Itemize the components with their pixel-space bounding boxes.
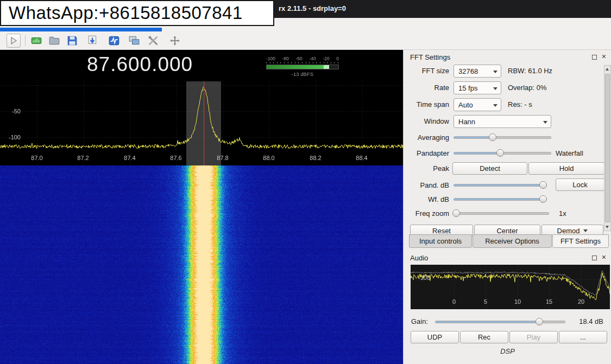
save-button[interactable]: [65, 34, 79, 48]
overlap-text: Overlap: 0%: [508, 81, 547, 94]
peak-hold-button[interactable]: Hold: [528, 162, 604, 175]
meter-tick: -40: [309, 56, 316, 61]
toolbar-separator: [25, 35, 26, 46]
chevron-down-icon: [493, 71, 497, 73]
spectrum-panel: 87.600.000 -100 -80 -60 -40 -20 0 -13 dB…: [0, 50, 403, 165]
lock-label: Lock: [572, 181, 587, 189]
peak-detect-button[interactable]: Detect: [452, 162, 527, 175]
slider-handle[interactable]: [536, 318, 543, 325]
slider-groove: [453, 184, 547, 187]
rate-combo[interactable]: 15 fps: [453, 81, 501, 94]
tab-receiver-options[interactable]: Receiver Options: [473, 234, 552, 248]
record-iq-button[interactable]: [29, 34, 43, 48]
dbfs-meter-ticks: -100 -80 -60 -40 -20 0: [266, 56, 339, 61]
close-icon[interactable]: ×: [602, 253, 606, 261]
window-label: Window: [404, 115, 449, 128]
scroll-down-icon[interactable]: [606, 226, 609, 228]
pand-db-slider[interactable]: [453, 181, 547, 189]
watermark-text: WhatsApp:+8615818507841: [9, 3, 243, 23]
window-title: rx 2.11.5 - sdrplay=0: [279, 4, 346, 12]
scroll-up-icon[interactable]: [606, 68, 609, 71]
close-icon[interactable]: ×: [602, 53, 606, 60]
meter-tick: -100: [266, 56, 275, 61]
right-panel: FFT Settings × FFT size 32768 RBW: 61.0 …: [403, 50, 611, 364]
open-folder-icon: [48, 35, 60, 47]
meter-value: -13 dBFS: [266, 71, 339, 77]
slider-groove: [435, 321, 565, 323]
slider-fill: [436, 321, 539, 323]
x-axis-label: 87.4: [118, 155, 142, 161]
x-axis-label: 88.2: [304, 155, 327, 161]
slider-handle[interactable]: [496, 149, 504, 157]
float-icon[interactable]: [592, 55, 597, 60]
tab-input-controls[interactable]: Input controls: [409, 234, 472, 248]
bookmark-icon: [86, 35, 98, 47]
slider-fill: [454, 184, 543, 186]
tools-button[interactable]: [146, 34, 160, 48]
freq-zoom-slider[interactable]: [453, 209, 549, 217]
window-value: Hann: [458, 118, 475, 126]
meter-tickmarks: [266, 62, 339, 63]
fft-scrollbar[interactable]: [604, 65, 611, 231]
fft-size-label: FFT size: [404, 65, 449, 78]
wf-db-slider[interactable]: [453, 195, 547, 203]
frequency-display[interactable]: 87.600.000: [87, 53, 193, 76]
iq-tool-button[interactable]: [107, 34, 121, 48]
bookmark-button[interactable]: [85, 34, 99, 48]
spectrum-plot[interactable]: [0, 50, 403, 165]
reset-label: Reset: [432, 227, 451, 235]
scrollbar-thumb[interactable]: [605, 74, 610, 222]
play-button[interactable]: Play: [509, 331, 558, 343]
watermark-progress-bar: [0, 28, 162, 31]
time-span-combo[interactable]: Auto: [453, 98, 501, 111]
udp-button[interactable]: UDP: [411, 331, 459, 343]
center-label: Center: [496, 227, 518, 235]
window-combo[interactable]: Hann: [453, 115, 551, 128]
tab-label: Input controls: [419, 237, 462, 245]
gain-slider[interactable]: [435, 318, 565, 325]
slider-groove: [453, 212, 549, 215]
fullscreen-button[interactable]: [168, 34, 182, 48]
waterfall[interactable]: [0, 165, 403, 364]
x-axis-label: 87.6: [164, 155, 188, 161]
chevron-down-icon: [493, 87, 497, 90]
more-options-button[interactable]: ...: [559, 331, 607, 343]
averaging-slider[interactable]: [453, 133, 551, 141]
wf-db-label: Wf. dB: [404, 193, 449, 206]
play-label: Play: [527, 333, 540, 341]
audio-dock-title: Audio: [410, 254, 428, 262]
slider-handle[interactable]: [489, 133, 496, 141]
rec-button[interactable]: Rec: [460, 331, 508, 343]
chevron-down-icon: [583, 229, 588, 232]
remote-control-button[interactable]: [127, 34, 141, 48]
start-dsp-button[interactable]: [7, 34, 21, 48]
meter-tick: -60: [296, 56, 303, 61]
meter-tick: 0: [336, 56, 339, 61]
rbw-text: RBW: 61.0 Hz: [508, 65, 552, 78]
x-axis-label: 87.8: [211, 155, 235, 161]
slider-handle[interactable]: [539, 195, 547, 203]
slider-handle[interactable]: [539, 181, 547, 189]
waterfall-label: Waterfall: [556, 147, 583, 160]
y-axis-label: -50: [2, 108, 21, 114]
toolbar: [0, 31, 611, 50]
slider-handle[interactable]: [452, 209, 460, 217]
tab-fft-settings[interactable]: FFT Settings: [552, 234, 609, 248]
detect-label: Detect: [480, 164, 500, 173]
pandapter-slider[interactable]: [453, 149, 551, 157]
audio-x-label: 15: [541, 298, 557, 305]
x-axis-label: 87.2: [71, 155, 95, 161]
audio-x-label: 0: [446, 298, 462, 305]
lock-button[interactable]: Lock: [556, 178, 604, 191]
slider-groove: [453, 198, 547, 201]
fft-size-combo[interactable]: 32768: [453, 65, 501, 78]
float-icon[interactable]: [592, 256, 597, 260]
audio-x-label: 10: [509, 298, 526, 305]
iq-pulse-icon: [108, 35, 120, 47]
slider-groove: [453, 136, 551, 139]
peak-label: Peak: [404, 162, 449, 175]
open-file-button[interactable]: [47, 34, 61, 48]
tools-icon: [147, 35, 159, 47]
rec-label: Rec: [478, 333, 490, 341]
gain-value: 18.4 dB: [564, 315, 603, 328]
